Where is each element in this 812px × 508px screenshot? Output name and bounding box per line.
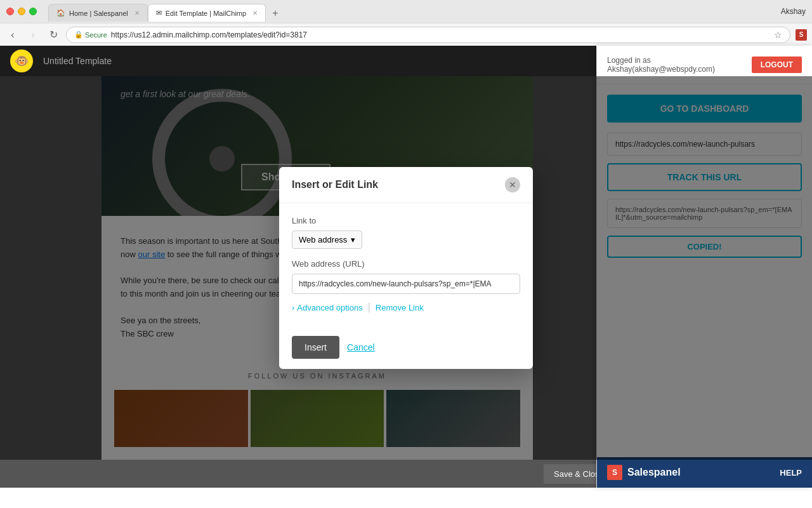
lock-icon: 🔒 bbox=[74, 30, 83, 39]
modal-close-button[interactable]: ✕ bbox=[505, 177, 520, 192]
modal-body: Link to Web address ▾ Web address (URL) … bbox=[279, 203, 533, 326]
browser-tabs: 🏠 Home | Salespanel ✕ ✉ Edit Template | … bbox=[43, 1, 289, 22]
modal-header: Insert or Edit Link ✕ bbox=[279, 167, 533, 203]
maximize-window-button[interactable] bbox=[29, 8, 37, 15]
sp-user-info: Logged in as Akshay(akshay@webspdy.com) bbox=[607, 56, 752, 74]
link-type-chevron: ▾ bbox=[351, 235, 355, 244]
options-separator: | bbox=[368, 302, 370, 313]
advanced-options-chevron: › bbox=[292, 303, 294, 312]
insert-button[interactable]: Insert bbox=[292, 336, 339, 359]
sp-help-link[interactable]: HELP bbox=[780, 468, 802, 478]
url-label: Web address (URL) bbox=[292, 259, 520, 269]
secure-badge: 🔒 Secure bbox=[74, 30, 107, 39]
bookmark-icon[interactable]: ☆ bbox=[774, 30, 782, 40]
modal-options: › Advanced options | Remove Link bbox=[292, 302, 520, 313]
sp-brand: S Salespanel bbox=[607, 465, 681, 480]
url-input[interactable] bbox=[292, 274, 520, 294]
address-bar-container: ‹ › ↻ 🔒 Secure https://us12.admin.mailch… bbox=[0, 23, 812, 46]
mc-template-name: Untitled Template bbox=[43, 56, 112, 66]
refresh-button[interactable]: ↻ bbox=[46, 27, 61, 43]
address-bar[interactable]: 🔒 Secure https://us12.admin.mailchimp.co… bbox=[66, 27, 790, 43]
secure-label: Secure bbox=[85, 31, 107, 39]
browser-chrome: 🏠 Home | Salespanel ✕ ✉ Edit Template | … bbox=[0, 0, 812, 46]
new-tab-button[interactable]: + bbox=[266, 5, 284, 22]
insert-edit-link-modal: Insert or Edit Link ✕ Link to Web addres… bbox=[279, 167, 533, 369]
mc-logo: 🐵 bbox=[10, 50, 33, 72]
tab-home-favicon: 🏠 bbox=[56, 9, 65, 17]
tab-mailchimp-close[interactable]: ✕ bbox=[252, 10, 258, 17]
tab-home-label: Home | Salespanel bbox=[69, 10, 128, 17]
editor-body: get a first look at our great deals. Sho… bbox=[0, 76, 812, 460]
minimize-window-button[interactable] bbox=[18, 8, 25, 15]
editor-area: 🐵 Untitled Template get a first look at … bbox=[0, 46, 812, 488]
sp-footer: S Salespanel HELP bbox=[597, 457, 812, 488]
back-button[interactable]: ‹ bbox=[5, 27, 20, 43]
tab-mailchimp-label: Edit Template | MailChimp bbox=[166, 10, 246, 17]
forward-button[interactable]: › bbox=[25, 27, 41, 43]
tab-home-close[interactable]: ✕ bbox=[134, 10, 140, 17]
modal-overlay: Insert or Edit Link ✕ Link to Web addres… bbox=[0, 76, 812, 460]
tab-mailchimp[interactable]: ✉ Edit Template | MailChimp ✕ bbox=[148, 4, 266, 22]
modal-title: Insert or Edit Link bbox=[292, 179, 378, 190]
link-type-label: Web address bbox=[299, 235, 347, 244]
tab-mailchimp-favicon: ✉ bbox=[156, 9, 162, 17]
tab-home[interactable]: 🏠 Home | Salespanel ✕ bbox=[48, 4, 148, 22]
address-text: https://us12.admin.mailchimp.com/templat… bbox=[111, 30, 307, 39]
modal-footer: Insert Cancel bbox=[279, 326, 533, 369]
sp-brand-name: Salespanel bbox=[627, 467, 681, 478]
advanced-options-label: Advanced options bbox=[297, 303, 362, 312]
close-window-button[interactable] bbox=[6, 8, 14, 15]
extension-icon[interactable]: S bbox=[796, 29, 807, 41]
title-bar: 🏠 Home | Salespanel ✕ ✉ Edit Template | … bbox=[0, 0, 812, 23]
sp-brand-icon: S bbox=[607, 465, 622, 480]
advanced-options-link[interactable]: › Advanced options bbox=[292, 303, 363, 312]
traffic-lights bbox=[6, 8, 37, 15]
remove-link-button[interactable]: Remove Link bbox=[376, 303, 424, 312]
sp-logout-button[interactable]: LOGOUT bbox=[752, 57, 802, 73]
link-to-label: Link to bbox=[292, 216, 520, 225]
app-container: 🐵 Untitled Template get a first look at … bbox=[0, 46, 812, 488]
browser-user-label: Akshay bbox=[781, 7, 806, 16]
link-type-dropdown[interactable]: Web address ▾ bbox=[292, 231, 362, 249]
cancel-button[interactable]: Cancel bbox=[347, 342, 375, 352]
